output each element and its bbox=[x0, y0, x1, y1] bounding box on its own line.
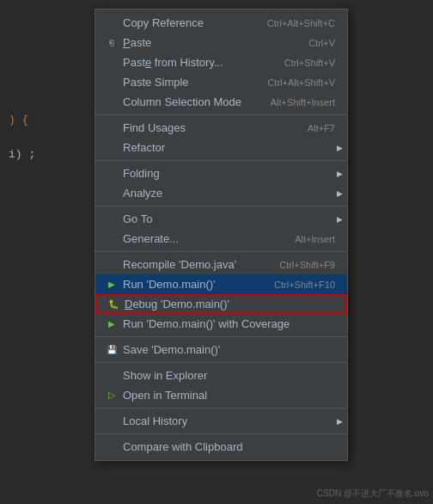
menu-item-run-coverage[interactable]: ▶ Run 'Demo.main()' with Coverage bbox=[95, 314, 347, 334]
coverage-icon: ▶ bbox=[104, 319, 119, 329]
menu-label-run: Run 'Demo.main()' bbox=[123, 278, 257, 291]
code-line-3: i) ; bbox=[9, 146, 35, 163]
debug-icon: 🐛 bbox=[106, 299, 121, 309]
menu-label-local-history: Local History bbox=[123, 415, 335, 427]
menu-label-paste: Paste bbox=[123, 36, 291, 49]
menu-label-paste-simple: Paste Simple bbox=[123, 76, 250, 89]
separator-1 bbox=[95, 114, 347, 115]
menu-item-go-to[interactable]: Go To bbox=[95, 209, 347, 229]
code-line-2 bbox=[9, 129, 35, 146]
menu-label-debug: Debug 'Demo.main()' bbox=[125, 298, 333, 310]
separator-4 bbox=[95, 251, 347, 252]
menu-shortcut-recompile: Ctrl+Shift+F9 bbox=[279, 260, 335, 270]
menu-item-analyze[interactable]: Analyze bbox=[95, 183, 347, 203]
terminal-icon: ▷ bbox=[104, 390, 119, 401]
menu-shortcut-paste: Ctrl+V bbox=[308, 38, 335, 48]
menu-item-folding[interactable]: Folding bbox=[95, 163, 347, 183]
separator-3 bbox=[95, 206, 347, 206]
menu-label-recompile: Recompile 'Demo.java' bbox=[123, 258, 262, 271]
menu-label-go-to: Go To bbox=[123, 212, 335, 225]
menu-item-paste-simple[interactable]: Paste Simple Ctrl+Alt+Shift+V bbox=[95, 72, 347, 92]
menu-shortcut-run: Ctrl+Shift+F10 bbox=[274, 280, 335, 290]
paste-icon: ⎗ bbox=[104, 38, 119, 47]
menu-label-run-coverage: Run 'Demo.main()' with Coverage bbox=[123, 317, 335, 330]
separator-7 bbox=[95, 408, 347, 409]
menu-label-compare-clipboard: Compare with Clipboard bbox=[123, 440, 335, 453]
menu-label-save: Save 'Demo.main()' bbox=[123, 343, 335, 356]
menu-label-column-selection: Column Selection Mode bbox=[123, 95, 253, 108]
menu-item-local-history[interactable]: Local History bbox=[95, 411, 347, 431]
watermark: CSDN @不进大厂不改名.ovo bbox=[317, 488, 429, 500]
menu-shortcut-paste-simple: Ctrl+Alt+Shift+V bbox=[267, 77, 335, 88]
menu-item-show-in-explorer[interactable]: Show in Explorer bbox=[95, 366, 347, 385]
run-icon: ▶ bbox=[104, 280, 119, 289]
menu-item-paste[interactable]: ⎗ Paste Ctrl+V bbox=[95, 33, 347, 52]
menu-item-compare-clipboard[interactable]: Compare with Clipboard bbox=[95, 437, 347, 457]
context-menu: Copy Reference Ctrl+Alt+Shift+C ⎗ Paste … bbox=[95, 9, 348, 461]
separator-2 bbox=[95, 160, 347, 161]
menu-label-open-in-terminal: Open in Terminal bbox=[123, 389, 335, 402]
menu-label-show-in-explorer: Show in Explorer bbox=[123, 369, 335, 382]
separator-5 bbox=[95, 336, 347, 337]
menu-item-generate[interactable]: Generate... Alt+Insert bbox=[95, 229, 347, 249]
menu-item-find-usages[interactable]: Find Usages Alt+F7 bbox=[95, 118, 347, 138]
menu-item-refactor[interactable]: Refactor bbox=[95, 138, 347, 157]
separator-6 bbox=[95, 362, 347, 363]
menu-shortcut-paste-from-history: Ctrl+Shift+V bbox=[284, 58, 335, 68]
separator-8 bbox=[95, 433, 347, 434]
menu-label-analyze: Analyze bbox=[123, 187, 335, 200]
menu-item-copy-reference[interactable]: Copy Reference Ctrl+Alt+Shift+C bbox=[95, 13, 347, 33]
menu-label-find-usages: Find Usages bbox=[123, 121, 290, 134]
menu-shortcut-generate: Alt+Insert bbox=[295, 234, 335, 244]
menu-label-refactor: Refactor bbox=[123, 141, 335, 154]
menu-label-folding: Folding bbox=[123, 167, 335, 180]
menu-shortcut-copy-reference: Ctrl+Alt+Shift+C bbox=[267, 18, 335, 28]
menu-item-debug[interactable]: 🐛 Debug 'Demo.main()' bbox=[95, 294, 347, 314]
menu-item-open-in-terminal[interactable]: ▷ Open in Terminal bbox=[95, 385, 347, 405]
menu-label-copy-reference: Copy Reference bbox=[123, 16, 250, 29]
menu-label-generate: Generate... bbox=[123, 232, 277, 245]
menu-item-run[interactable]: ▶ Run 'Demo.main()' Ctrl+Shift+F10 bbox=[95, 274, 347, 294]
menu-label-paste-from-history: Paste from History... bbox=[123, 56, 267, 69]
editor-code-area: ) { i) ; bbox=[9, 112, 35, 163]
code-line-1: ) { bbox=[9, 112, 35, 129]
menu-item-paste-from-history[interactable]: Paste from History... Ctrl+Shift+V bbox=[95, 52, 347, 72]
menu-item-save[interactable]: 💾 Save 'Demo.main()' bbox=[95, 340, 347, 360]
menu-item-column-selection[interactable]: Column Selection Mode Alt+Shift+Insert bbox=[95, 92, 347, 112]
menu-shortcut-find-usages: Alt+F7 bbox=[308, 123, 335, 133]
save-icon: 💾 bbox=[104, 345, 119, 354]
menu-item-recompile[interactable]: Recompile 'Demo.java' Ctrl+Shift+F9 bbox=[95, 255, 347, 274]
menu-shortcut-column-selection: Alt+Shift+Insert bbox=[271, 97, 335, 108]
